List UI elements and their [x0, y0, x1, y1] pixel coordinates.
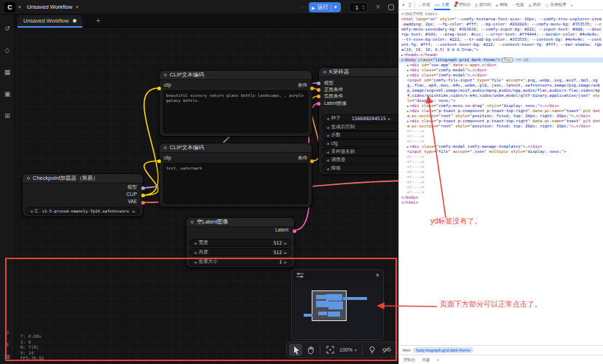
prev-arrow-icon[interactable]: ◀: [326, 133, 329, 138]
next-arrow-icon[interactable]: ▶: [284, 260, 287, 264]
widget-种子[interactable]: ◀种子156680204515▶: [322, 114, 398, 122]
workflow-tab[interactable]: Unsaved Workflow: [17, 15, 82, 28]
sliders-icon[interactable]: [296, 272, 304, 279]
settings-panel-icon[interactable]: ▤: [0, 351, 15, 363]
clip-output-slot[interactable]: [141, 194, 145, 197]
node-title-bar[interactable]: CLIP文本编码: [159, 71, 312, 80]
fit-view-button[interactable]: [323, 344, 336, 356]
dom-tree-line[interactable]: <!DOCTYPE html>: [399, 12, 603, 17]
prev-arrow-icon[interactable]: ◀: [30, 209, 33, 213]
run-options-chevron-icon[interactable]: ▼: [334, 5, 338, 9]
dom-tree-line[interactable]: <!---->: [399, 159, 603, 165]
prev-arrow-icon[interactable]: ◀: [326, 167, 329, 171]
node-checkpoint-loader[interactable]: Checkpoint加载器（简易） 模型 CLIP VAE ◀ C v1-5-p…: [22, 173, 143, 217]
node-ksampler[interactable]: K采样器 模型正面条件负面条件Latent图像 ◀种子156680204515▶…: [318, 67, 398, 175]
zoom-control[interactable]: 100% ▼: [338, 347, 359, 352]
devtools-tab-elements[interactable]: </>元素: [433, 0, 452, 10]
latent-output-slot[interactable]: [293, 229, 296, 233]
drag-handle[interactable]: ∷∷: [300, 4, 305, 10]
dom-tree-line[interactable]: <!---->: [399, 180, 603, 185]
widget-采样器名称[interactable]: ◀采样器名称▶: [322, 148, 398, 156]
dom-tree-line[interactable]: </body>: [399, 195, 603, 200]
devtools-tab-application[interactable]: ▢应用程序: [543, 0, 569, 10]
run-button[interactable]: ▶ 运行 ▼: [309, 2, 341, 12]
node-title-bar[interactable]: Checkpoint加载器（简易）: [23, 174, 143, 183]
dom-tree-line[interactable]: <input type="file" accept=".json" multip…: [399, 149, 603, 154]
model-input-slot[interactable]: [317, 82, 320, 85]
node-clip-text-encode-negative[interactable]: CLIP文本编码 clip 条件 text, watermark: [159, 143, 312, 207]
stepper-arrows-icon[interactable]: ▲▼: [362, 4, 365, 10]
minimap-panel[interactable]: ×: [291, 269, 384, 340]
collapse-dot-icon[interactable]: [323, 71, 326, 74]
latent-input-slot[interactable]: [317, 102, 320, 106]
devtools-tab-more-tabs[interactable]: +: [569, 0, 575, 10]
toggle-theme-button[interactable]: [366, 344, 379, 356]
widget-降噪[interactable]: ◀降噪▶: [322, 165, 398, 173]
prev-arrow-icon[interactable]: ◀: [326, 158, 329, 162]
logo-chevron-icon[interactable]: ▼: [17, 5, 22, 9]
dom-tree-line[interactable]: ▶<div class="p-toast p-component p-toast…: [399, 119, 603, 129]
next-arrow-icon[interactable]: ▶: [284, 241, 287, 245]
node-title-bar[interactable]: CLIP文本编码: [159, 143, 312, 153]
dom-tree-line[interactable]: ▶<div id="vue-app" data-v-app>…</div>: [399, 63, 603, 68]
crumb-body-selected[interactable]: body.litegraph.grid.dark-theme: [413, 347, 473, 353]
widget-cfg[interactable]: ◀cfg▶: [322, 139, 398, 147]
widget-调度器[interactable]: ◀调度器▶: [322, 156, 398, 164]
workflow-name[interactable]: Unsaved Workflow: [27, 4, 72, 10]
workflows-icon[interactable]: ▣: [0, 86, 15, 102]
select-tool-button[interactable]: [289, 344, 302, 356]
dom-tree-line[interactable]: ▼<body class="litegraph grid dark-theme"…: [399, 58, 603, 63]
templates-icon[interactable]: ⊞: [0, 108, 15, 124]
model-output-slot[interactable]: [141, 186, 145, 190]
vae-output-slot[interactable]: [141, 201, 145, 205]
clip-input-slot[interactable]: [157, 159, 161, 163]
prev-arrow-icon[interactable]: ◀: [194, 241, 197, 245]
collapse-dot-icon[interactable]: [191, 221, 194, 223]
dom-tree-line[interactable]: ▶<div class="p-toast p-component p-toast…: [399, 108, 603, 119]
batch-count-stepper[interactable]: 1 ▲▼: [349, 2, 368, 12]
crumb-html[interactable]: html: [403, 348, 410, 352]
conditioning-output-slot[interactable]: [310, 159, 314, 163]
drawer-tab-add[interactable]: +: [437, 357, 439, 362]
dom-tree-line[interactable]: ▶<div class="comfy-modal comfy-manage-te…: [399, 144, 603, 149]
help-icon[interactable]: ?: [0, 328, 15, 339]
prev-arrow-icon[interactable]: ◀: [194, 260, 197, 264]
pan-tool-button[interactable]: [304, 344, 317, 356]
node-empty-latent-image[interactable]: 空Latent图像 Latent ◀宽度512▶◀高度512▶◀批量大小1▶: [186, 217, 295, 268]
widget-步数[interactable]: ◀步数▶: [322, 131, 398, 139]
prev-arrow-icon[interactable]: ◀: [326, 125, 329, 130]
dom-tree-line[interactable]: <!---->: [399, 165, 603, 170]
toggle-links-button[interactable]: [380, 344, 393, 356]
devtools-tab-network[interactable]: ≋网络: [493, 0, 510, 10]
comfyui-logo[interactable]: C: [4, 2, 15, 12]
ckpt-name-widget[interactable]: ◀ C v1-5-pruned-emaonly-fp16.safetensors…: [25, 207, 140, 215]
queue-list-button[interactable]: [388, 4, 394, 10]
model-library-icon[interactable]: ◇: [0, 42, 15, 58]
collapse-dot-icon[interactable]: [164, 146, 167, 149]
dom-tree-line[interactable]: <!---->: [399, 175, 603, 180]
device-toolbar-icon[interactable]: ▯: [407, 2, 413, 8]
node-library-icon[interactable]: ▦: [0, 64, 15, 80]
prev-arrow-icon[interactable]: ◀: [326, 141, 329, 146]
widget-生成后控制[interactable]: ◀生成后控制randomize▶: [322, 123, 398, 131]
dom-tree-line[interactable]: <!---->: [399, 185, 603, 190]
collapse-dot-icon[interactable]: [27, 177, 30, 180]
cond-input-slot[interactable]: [317, 88, 320, 92]
positive-prompt-textarea[interactable]: beautiful scenery nature glass bottle la…: [163, 90, 308, 133]
next-arrow-icon[interactable]: ▶: [133, 209, 135, 213]
dom-tree-line[interactable]: ▶<head>…</head>: [399, 52, 603, 58]
unsaved-dot-icon[interactable]: [73, 19, 76, 23]
widget-宽度[interactable]: ◀宽度512▶: [189, 239, 291, 247]
node-title-bar[interactable]: K采样器: [319, 68, 398, 77]
dom-tree-line[interactable]: ▶<div class="comfy-menu no-drag" style="…: [399, 103, 603, 108]
dom-tree-line[interactable]: <!---->: [399, 139, 603, 144]
inspect-element-icon[interactable]: ⌖: [401, 2, 406, 8]
clear-queue-button[interactable]: ×: [376, 3, 380, 12]
next-arrow-icon[interactable]: ▶: [388, 116, 391, 121]
workflow-chevron-icon[interactable]: ▼: [75, 5, 79, 9]
dom-tree-line[interactable]: <input id="comfy-file-input" type="file"…: [399, 78, 603, 103]
collapse-dot-icon[interactable]: [164, 74, 167, 76]
queue-history-icon[interactable]: ↺: [0, 20, 15, 36]
dom-tree-line[interactable]: ▶<div class="comfy-modal">…</div>: [399, 68, 603, 73]
dom-tree-line[interactable]: <!---->: [399, 134, 603, 139]
